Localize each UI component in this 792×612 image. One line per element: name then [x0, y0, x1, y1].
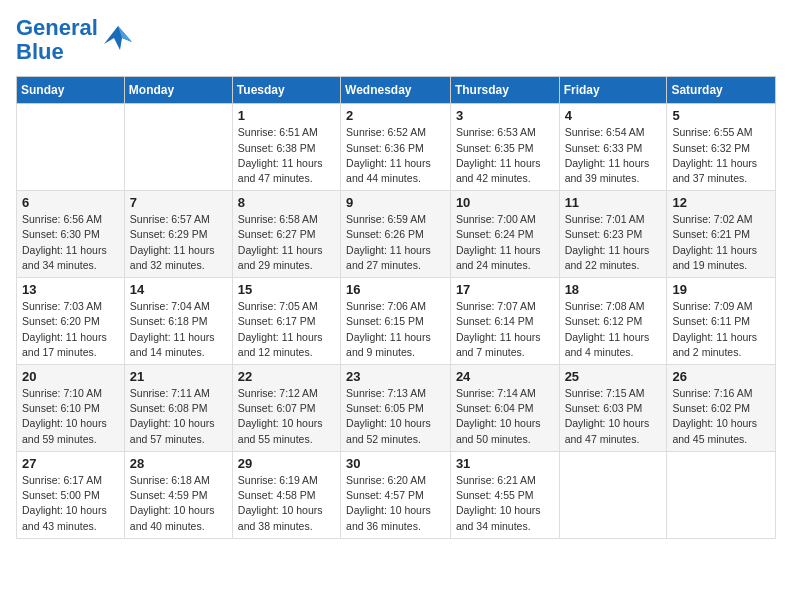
calendar-cell: 2Sunrise: 6:52 AM Sunset: 6:36 PM Daylig…: [341, 104, 451, 191]
day-number: 23: [346, 369, 445, 384]
calendar-cell: 26Sunrise: 7:16 AM Sunset: 6:02 PM Dayli…: [667, 365, 776, 452]
calendar-week-row: 27Sunrise: 6:17 AM Sunset: 5:00 PM Dayli…: [17, 451, 776, 538]
day-number: 8: [238, 195, 335, 210]
day-number: 25: [565, 369, 662, 384]
calendar-cell: [17, 104, 125, 191]
day-number: 14: [130, 282, 227, 297]
calendar-cell: 7Sunrise: 6:57 AM Sunset: 6:29 PM Daylig…: [124, 191, 232, 278]
logo-text2: Blue: [16, 40, 98, 64]
day-number: 10: [456, 195, 554, 210]
day-info: Sunrise: 6:17 AM Sunset: 5:00 PM Dayligh…: [22, 473, 119, 534]
day-info: Sunrise: 7:11 AM Sunset: 6:08 PM Dayligh…: [130, 386, 227, 447]
logo-text: General: [16, 16, 98, 40]
calendar-cell: 15Sunrise: 7:05 AM Sunset: 6:17 PM Dayli…: [232, 278, 340, 365]
day-number: 17: [456, 282, 554, 297]
weekday-header-row: SundayMondayTuesdayWednesdayThursdayFrid…: [17, 77, 776, 104]
day-info: Sunrise: 7:03 AM Sunset: 6:20 PM Dayligh…: [22, 299, 119, 360]
day-number: 21: [130, 369, 227, 384]
day-info: Sunrise: 7:09 AM Sunset: 6:11 PM Dayligh…: [672, 299, 770, 360]
calendar-week-row: 1Sunrise: 6:51 AM Sunset: 6:38 PM Daylig…: [17, 104, 776, 191]
day-number: 4: [565, 108, 662, 123]
calendar-cell: 3Sunrise: 6:53 AM Sunset: 6:35 PM Daylig…: [450, 104, 559, 191]
day-number: 3: [456, 108, 554, 123]
logo: General Blue: [16, 16, 136, 64]
weekday-header: Friday: [559, 77, 667, 104]
day-info: Sunrise: 7:00 AM Sunset: 6:24 PM Dayligh…: [456, 212, 554, 273]
calendar-week-row: 20Sunrise: 7:10 AM Sunset: 6:10 PM Dayli…: [17, 365, 776, 452]
weekday-header: Thursday: [450, 77, 559, 104]
day-number: 18: [565, 282, 662, 297]
weekday-header: Monday: [124, 77, 232, 104]
page-header: General Blue: [16, 16, 776, 64]
calendar-week-row: 13Sunrise: 7:03 AM Sunset: 6:20 PM Dayli…: [17, 278, 776, 365]
calendar-table: SundayMondayTuesdayWednesdayThursdayFrid…: [16, 76, 776, 538]
day-info: Sunrise: 6:55 AM Sunset: 6:32 PM Dayligh…: [672, 125, 770, 186]
day-number: 30: [346, 456, 445, 471]
calendar-cell: 12Sunrise: 7:02 AM Sunset: 6:21 PM Dayli…: [667, 191, 776, 278]
calendar-cell: 19Sunrise: 7:09 AM Sunset: 6:11 PM Dayli…: [667, 278, 776, 365]
day-number: 6: [22, 195, 119, 210]
calendar-cell: 22Sunrise: 7:12 AM Sunset: 6:07 PM Dayli…: [232, 365, 340, 452]
calendar-cell: 20Sunrise: 7:10 AM Sunset: 6:10 PM Dayli…: [17, 365, 125, 452]
day-number: 22: [238, 369, 335, 384]
day-number: 19: [672, 282, 770, 297]
calendar-cell: 29Sunrise: 6:19 AM Sunset: 4:58 PM Dayli…: [232, 451, 340, 538]
day-number: 1: [238, 108, 335, 123]
calendar-cell: 30Sunrise: 6:20 AM Sunset: 4:57 PM Dayli…: [341, 451, 451, 538]
calendar-cell: 23Sunrise: 7:13 AM Sunset: 6:05 PM Dayli…: [341, 365, 451, 452]
weekday-header: Wednesday: [341, 77, 451, 104]
calendar-cell: 25Sunrise: 7:15 AM Sunset: 6:03 PM Dayli…: [559, 365, 667, 452]
day-info: Sunrise: 6:21 AM Sunset: 4:55 PM Dayligh…: [456, 473, 554, 534]
calendar-cell: 1Sunrise: 6:51 AM Sunset: 6:38 PM Daylig…: [232, 104, 340, 191]
day-number: 12: [672, 195, 770, 210]
calendar-cell: 31Sunrise: 6:21 AM Sunset: 4:55 PM Dayli…: [450, 451, 559, 538]
day-info: Sunrise: 6:51 AM Sunset: 6:38 PM Dayligh…: [238, 125, 335, 186]
day-number: 7: [130, 195, 227, 210]
day-info: Sunrise: 6:53 AM Sunset: 6:35 PM Dayligh…: [456, 125, 554, 186]
day-info: Sunrise: 7:06 AM Sunset: 6:15 PM Dayligh…: [346, 299, 445, 360]
day-info: Sunrise: 6:57 AM Sunset: 6:29 PM Dayligh…: [130, 212, 227, 273]
day-info: Sunrise: 6:56 AM Sunset: 6:30 PM Dayligh…: [22, 212, 119, 273]
day-number: 27: [22, 456, 119, 471]
calendar-cell: 10Sunrise: 7:00 AM Sunset: 6:24 PM Dayli…: [450, 191, 559, 278]
calendar-cell: 27Sunrise: 6:17 AM Sunset: 5:00 PM Dayli…: [17, 451, 125, 538]
day-info: Sunrise: 7:02 AM Sunset: 6:21 PM Dayligh…: [672, 212, 770, 273]
day-number: 20: [22, 369, 119, 384]
day-info: Sunrise: 7:14 AM Sunset: 6:04 PM Dayligh…: [456, 386, 554, 447]
day-info: Sunrise: 6:18 AM Sunset: 4:59 PM Dayligh…: [130, 473, 227, 534]
day-info: Sunrise: 6:20 AM Sunset: 4:57 PM Dayligh…: [346, 473, 445, 534]
calendar-cell: 24Sunrise: 7:14 AM Sunset: 6:04 PM Dayli…: [450, 365, 559, 452]
day-info: Sunrise: 6:19 AM Sunset: 4:58 PM Dayligh…: [238, 473, 335, 534]
calendar-cell: [124, 104, 232, 191]
day-number: 26: [672, 369, 770, 384]
weekday-header: Saturday: [667, 77, 776, 104]
calendar-cell: 28Sunrise: 6:18 AM Sunset: 4:59 PM Dayli…: [124, 451, 232, 538]
calendar-cell: 18Sunrise: 7:08 AM Sunset: 6:12 PM Dayli…: [559, 278, 667, 365]
day-info: Sunrise: 7:16 AM Sunset: 6:02 PM Dayligh…: [672, 386, 770, 447]
day-info: Sunrise: 7:07 AM Sunset: 6:14 PM Dayligh…: [456, 299, 554, 360]
calendar-cell: 14Sunrise: 7:04 AM Sunset: 6:18 PM Dayli…: [124, 278, 232, 365]
day-info: Sunrise: 7:04 AM Sunset: 6:18 PM Dayligh…: [130, 299, 227, 360]
day-info: Sunrise: 7:10 AM Sunset: 6:10 PM Dayligh…: [22, 386, 119, 447]
day-info: Sunrise: 7:12 AM Sunset: 6:07 PM Dayligh…: [238, 386, 335, 447]
calendar-cell: [667, 451, 776, 538]
calendar-cell: 17Sunrise: 7:07 AM Sunset: 6:14 PM Dayli…: [450, 278, 559, 365]
day-number: 29: [238, 456, 335, 471]
day-info: Sunrise: 6:59 AM Sunset: 6:26 PM Dayligh…: [346, 212, 445, 273]
day-info: Sunrise: 7:05 AM Sunset: 6:17 PM Dayligh…: [238, 299, 335, 360]
day-number: 2: [346, 108, 445, 123]
logo-bird-icon: [100, 22, 136, 58]
day-number: 28: [130, 456, 227, 471]
day-number: 13: [22, 282, 119, 297]
calendar-cell: 8Sunrise: 6:58 AM Sunset: 6:27 PM Daylig…: [232, 191, 340, 278]
calendar-cell: 16Sunrise: 7:06 AM Sunset: 6:15 PM Dayli…: [341, 278, 451, 365]
calendar-week-row: 6Sunrise: 6:56 AM Sunset: 6:30 PM Daylig…: [17, 191, 776, 278]
day-info: Sunrise: 7:08 AM Sunset: 6:12 PM Dayligh…: [565, 299, 662, 360]
calendar-cell: 11Sunrise: 7:01 AM Sunset: 6:23 PM Dayli…: [559, 191, 667, 278]
calendar-cell: 5Sunrise: 6:55 AM Sunset: 6:32 PM Daylig…: [667, 104, 776, 191]
calendar-cell: 9Sunrise: 6:59 AM Sunset: 6:26 PM Daylig…: [341, 191, 451, 278]
day-info: Sunrise: 6:58 AM Sunset: 6:27 PM Dayligh…: [238, 212, 335, 273]
day-info: Sunrise: 6:52 AM Sunset: 6:36 PM Dayligh…: [346, 125, 445, 186]
day-number: 9: [346, 195, 445, 210]
calendar-cell: 13Sunrise: 7:03 AM Sunset: 6:20 PM Dayli…: [17, 278, 125, 365]
